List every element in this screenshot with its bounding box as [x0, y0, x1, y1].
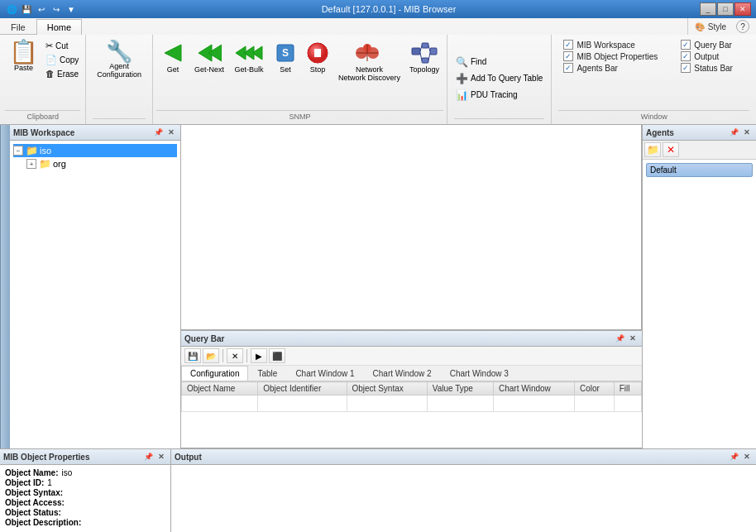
erase-label: Erase — [57, 69, 79, 79]
mib-props-close[interactable]: ✕ — [156, 451, 167, 463]
col-chart-window: Chart Window — [494, 382, 575, 395]
query-bar-toolbar: 💾 📂 ✕ ▶ ⬛ — [181, 347, 642, 366]
mib-props-pin[interactable]: 📌 — [142, 451, 154, 463]
agents-pin[interactable]: 📌 — [728, 127, 739, 138]
pdu-tracing-button[interactable]: 📊 PDU Tracing — [454, 89, 544, 102]
query-bar-checkbox[interactable] — [681, 40, 691, 50]
query-bar-panel: Query Bar 📌 ✕ 💾 📂 ✕ ▶ ⬛ Configuration Ta… — [181, 330, 642, 448]
mib-object-properties-checkbox[interactable] — [563, 51, 573, 61]
output-check[interactable]: Output — [681, 51, 733, 61]
prop-object-syntax: Object Syntax: — [5, 488, 165, 497]
window-controls: _ □ ✕ — [700, 2, 751, 16]
pdu-label: PDU Tracing — [471, 90, 518, 99]
mib-object-properties-header: MIB Object Properties 📌 ✕ — [0, 449, 170, 465]
tab-chart-window-2[interactable]: Chart Window 2 — [364, 366, 441, 381]
prop-object-description: Object Description: — [5, 518, 165, 527]
mib-workspace-pin[interactable]: 📌 — [152, 127, 164, 138]
erase-button[interactable]: 🗑 Erase — [44, 68, 80, 79]
query-bar-check[interactable]: Query Bar — [681, 40, 733, 50]
output-panel: Output 📌 ✕ |◀ ◀ ▶ ▶| Errors PDU Trace ▶ — [171, 449, 756, 532]
agents-close[interactable]: ✕ — [741, 127, 753, 138]
mib-workspace-checkbox[interactable] — [563, 40, 573, 50]
mib-object-properties-check[interactable]: MIB Object Properties — [563, 51, 658, 61]
iso-toggle[interactable]: − — [13, 146, 23, 156]
col-object-name: Object Name — [182, 382, 258, 395]
output-checkbox[interactable] — [681, 51, 691, 61]
query-table-container: Object Name Object Identifier Object Syn… — [181, 381, 642, 448]
tree-item-org[interactable]: + 📁 org — [26, 157, 177, 170]
mib-workspace-close[interactable]: ✕ — [165, 127, 177, 138]
ribbon-style-area: 🎨 Style ? — [687, 18, 756, 35]
find-button[interactable]: 🔍 Find — [454, 55, 544, 69]
qat-more[interactable]: ▼ — [65, 2, 78, 16]
snmp-group-label: SNMP — [156, 110, 443, 121]
agents-remove-btn[interactable]: ✕ — [663, 142, 679, 157]
network-discovery-button[interactable]: NetworkNetwork Discovery — [334, 38, 404, 84]
help-icon[interactable]: ? — [736, 20, 749, 33]
mib-object-properties-panel: MIB Object Properties 📌 ✕ Object Name: i… — [0, 449, 171, 532]
tab-configuration[interactable]: Configuration — [181, 366, 248, 381]
output-pin[interactable]: 📌 — [728, 451, 739, 463]
tab-table[interactable]: Table — [248, 366, 286, 381]
agent-item-default[interactable]: Default — [646, 163, 753, 177]
prop-object-name-value: iso — [61, 468, 72, 477]
tab-chart-window-1[interactable]: Chart Window 1 — [286, 366, 363, 381]
maximize-button[interactable]: □ — [717, 2, 734, 16]
query-bar-close[interactable]: ✕ — [627, 333, 639, 344]
left-side-collapse-tab[interactable] — [0, 125, 10, 448]
redo-qat-btn[interactable]: ↪ — [50, 2, 63, 16]
output-content — [171, 465, 756, 532]
agents-controls: 📌 ✕ — [728, 127, 753, 138]
svg-rect-17 — [412, 48, 420, 55]
qb-stop-btn[interactable]: ⬛ — [269, 348, 285, 363]
agent-config-button[interactable]: 🔧 AgentConfiguration — [93, 38, 146, 81]
qb-play-btn[interactable]: ▶ — [251, 348, 267, 363]
status-bar-checkbox[interactable] — [681, 63, 691, 73]
add-to-query-table-button[interactable]: ➕ Add To Query Table — [454, 72, 544, 85]
get-bulk-button[interactable]: Get-Bulk — [229, 38, 269, 76]
style-icon: 🎨 — [695, 22, 705, 31]
minimize-button[interactable]: _ — [700, 2, 716, 16]
set-label: Set — [280, 65, 291, 74]
stop-button[interactable]: Stop — [302, 38, 333, 76]
copy-button[interactable]: 📄 Copy — [44, 54, 80, 66]
qb-delete-btn[interactable]: ✕ — [227, 348, 243, 363]
close-button[interactable]: ✕ — [734, 2, 751, 16]
svg-marker-0 — [165, 45, 181, 61]
clipboard-group-label: Clipboard — [5, 110, 80, 121]
tab-file[interactable]: File — [0, 19, 36, 35]
topology-button[interactable]: Topology — [405, 38, 443, 76]
qb-save-btn[interactable]: 💾 — [184, 348, 201, 363]
network-discovery-label: NetworkNetwork Discovery — [338, 65, 400, 82]
output-close[interactable]: ✕ — [741, 451, 753, 463]
svg-text:S: S — [282, 47, 289, 59]
agents-add-btn[interactable]: 📁 — [644, 142, 661, 157]
agents-bar-check[interactable]: Agents Bar — [563, 63, 658, 73]
org-toggle[interactable]: + — [26, 159, 36, 169]
paste-button[interactable]: 📋 Paste — [5, 38, 42, 74]
window-checks-right: Query Bar Output Status Bar — [676, 38, 738, 110]
query-bar-header: Query Bar 📌 ✕ — [181, 331, 642, 347]
app-icon: 🌐 — [5, 2, 18, 16]
tab-home[interactable]: Home — [36, 19, 82, 35]
status-bar-check[interactable]: Status Bar — [681, 63, 733, 73]
get-button[interactable]: Get — [156, 38, 189, 76]
cut-button[interactable]: ✂ Cut — [44, 40, 80, 52]
query-bar-pin[interactable]: 📌 — [614, 333, 625, 344]
mib-workspace-check[interactable]: MIB Workspace — [563, 40, 658, 50]
ribbon: File Home 🎨 Style ? 📋 Paste ✂ Cut — [0, 18, 756, 125]
col-object-syntax: Object Syntax — [347, 382, 427, 395]
save-qat-btn[interactable]: 💾 — [20, 2, 33, 16]
get-next-button[interactable]: Get-Next — [190, 38, 228, 76]
qb-open-btn[interactable]: 📂 — [203, 348, 219, 363]
stop-icon — [306, 41, 329, 65]
set-button[interactable]: S Set — [270, 38, 301, 76]
col-fill: Fill — [614, 382, 641, 395]
undo-qat-btn[interactable]: ↩ — [35, 2, 48, 16]
agents-bar-checkbox[interactable] — [563, 63, 573, 73]
tab-chart-window-3[interactable]: Chart Window 3 — [441, 366, 518, 381]
mib-props-controls: 📌 ✕ — [142, 451, 167, 463]
style-label: Style — [708, 22, 726, 31]
prop-object-id-value: 1 — [47, 478, 52, 487]
tree-item-iso[interactable]: − 📁 iso — [13, 144, 177, 157]
